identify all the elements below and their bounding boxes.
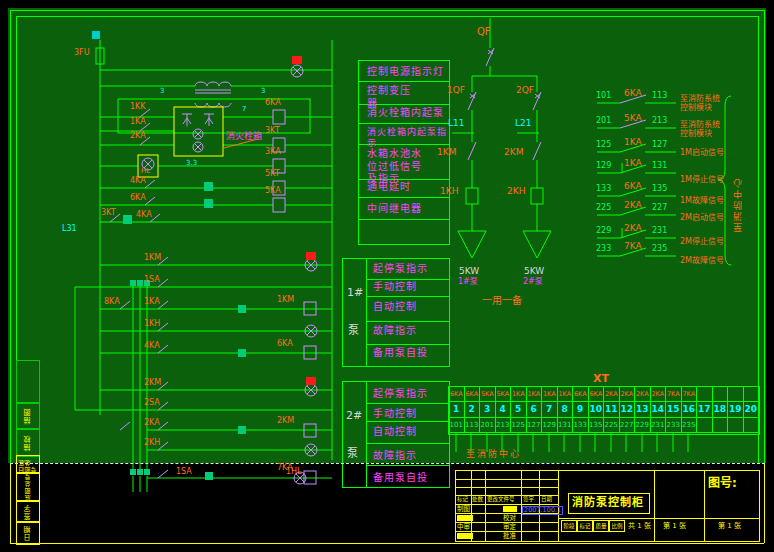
relay-label: 1KA <box>624 138 642 148</box>
xt-terminal-cell <box>697 418 713 433</box>
thermal-label: 2KH <box>507 187 525 197</box>
relay-label: 1KH <box>144 320 160 329</box>
legend-row: 控制电源指示灯 <box>367 66 444 79</box>
terminal-no: 227 <box>652 204 667 213</box>
contactor-label: 2KM <box>504 148 523 158</box>
tb-row-label: 审定 <box>503 524 516 531</box>
legend-row: 自动控制 <box>373 301 417 314</box>
xt-relay-cell: 5KA <box>496 387 512 402</box>
coil-label: 5KT <box>265 170 280 179</box>
xt-relay-cell: 2KA <box>635 387 651 402</box>
tb-divider <box>654 471 655 541</box>
fuse-label: 3FU <box>74 49 90 58</box>
coil-label: 3KT <box>265 127 280 136</box>
contact-label: 1KK <box>130 103 146 112</box>
line-label: L21 <box>515 119 531 129</box>
pump-name: 1#泵 <box>458 278 478 287</box>
xt-relay-cell: 6KA <box>449 387 465 402</box>
xt-number-cell: 4 <box>496 402 512 417</box>
xt-relay-cell: 1KA <box>511 387 527 402</box>
contact-label: 4KA <box>136 211 152 220</box>
xt-number-cell: 16 <box>682 402 698 417</box>
legend-row: 通电延时 <box>367 181 411 194</box>
thermal-label: 1KH <box>440 187 458 197</box>
terminal-no: 225 <box>596 204 611 213</box>
breaker-label: 1QF <box>447 86 465 96</box>
row-divider <box>366 443 449 444</box>
sheet-cutline <box>10 463 765 464</box>
signal-desc: 至消防系统控制模块 <box>680 95 726 112</box>
tb-stage-cell: 比例 <box>609 520 625 532</box>
relay-label: 2KA <box>144 419 160 428</box>
tb-stage-cell: 标记 <box>577 520 593 532</box>
signal-desc: 2M故障信号 <box>680 257 724 266</box>
xt-terminal-cell: 225 <box>604 418 620 433</box>
xt-relay-cell: 7KA <box>682 387 698 402</box>
margin-box-label: 描校 <box>25 435 32 451</box>
terminal-no: 201 <box>596 117 611 126</box>
tb-line <box>558 518 759 519</box>
legend-row: 起停泵指示 <box>373 388 428 401</box>
pump1-tag2: 泵 <box>348 325 359 337</box>
xt-terminal-cell: 125 <box>511 418 527 433</box>
tb-sheet-no: 第 1 张 <box>663 523 686 530</box>
terminal-no: 129 <box>596 162 611 171</box>
tb-row-label: 校对 <box>503 515 516 522</box>
xt-relay-cell <box>728 387 744 402</box>
xt-terminal-cell: 113 <box>465 418 481 433</box>
margin-box-label: 旧底图总号 <box>19 456 37 473</box>
cad-canvas: 控制电源指示灯 控制变压器 消火栓箱内起泵 消火栓箱内起泵指示 水箱水池水位过低… <box>0 0 774 552</box>
relay-label: 7KA <box>624 242 642 252</box>
xt-number-cell: 13 <box>635 402 651 417</box>
relay-label: 1HL <box>286 468 302 477</box>
xt-relay-cell: 6KA <box>465 387 481 402</box>
relay-label: 1KM <box>277 296 294 305</box>
alarm-squares <box>292 56 316 385</box>
title-block: 标记 处数 更改文件号 签字 日期 制图 2007.100.1 校对 中审 审定… <box>455 470 760 542</box>
tb-line <box>485 471 486 541</box>
breaker-label: QF <box>477 27 491 38</box>
row-divider <box>366 321 449 322</box>
breaker-label: 2QF <box>516 86 534 96</box>
xt-number-cell: 5 <box>511 402 527 417</box>
margin-box-label: 描图 <box>25 408 32 424</box>
xt-terminal-cell: 227 <box>620 418 636 433</box>
tb-sheets-total: 共 1 张 <box>628 523 651 530</box>
xt-terminal-cell: 235 <box>682 418 698 433</box>
xt-relay-cell <box>697 387 713 402</box>
terminal-no: 131 <box>652 162 667 171</box>
terminal-no: 231 <box>652 227 667 236</box>
relay-label: 1SA <box>176 468 192 477</box>
margin-box: 签字 <box>16 500 40 523</box>
drawing-title: 消防泵控制柜 <box>572 497 644 508</box>
xt-number-cell: 8 <box>558 402 574 417</box>
relay-label: 5KA <box>624 114 642 124</box>
relay-label: 1KA <box>624 159 642 169</box>
xt-terminal-cell: 201 <box>480 418 496 433</box>
xt-title: XT <box>593 373 609 385</box>
terminal-no: 213 <box>652 117 667 126</box>
terminal-no: 125 <box>596 141 611 150</box>
tb-divider <box>704 471 705 541</box>
margin-box-label: 日期 <box>25 525 32 541</box>
xt-relay-cell: 1KA <box>527 387 543 402</box>
pump-name: 2#泵 <box>523 278 543 287</box>
hl-lamp-label: HL <box>141 168 150 176</box>
xt-number-cell: 20 <box>744 402 760 417</box>
xt-terminal-cell <box>728 418 744 433</box>
signal-desc: 2M停止信号 <box>680 238 724 247</box>
cyan-terminal <box>92 31 100 39</box>
signal-desc: 1M启动信号 <box>680 149 724 158</box>
xt-terminal-cell: 133 <box>573 418 589 433</box>
margin-box-label: 底图总号 <box>25 473 31 501</box>
power-circuit-switches <box>468 48 541 160</box>
col-divider <box>366 382 367 487</box>
xt-number-row: 1234567891011121314151617181920 <box>449 402 759 417</box>
terminal-no: 127 <box>652 141 667 150</box>
xt-terminal-table: 6KA6KA5KA5KA1KA1KA1KA1KA6KA6KA2KA2KA2KA2… <box>448 386 760 435</box>
legend-row: 备用泵自投 <box>373 347 428 360</box>
legend-row: 水箱水池水位过低信号及指示 <box>367 148 431 186</box>
xt-terminal-cell: 231 <box>651 418 667 433</box>
motor-power: 5KW <box>524 267 544 277</box>
row-divider <box>366 344 449 345</box>
